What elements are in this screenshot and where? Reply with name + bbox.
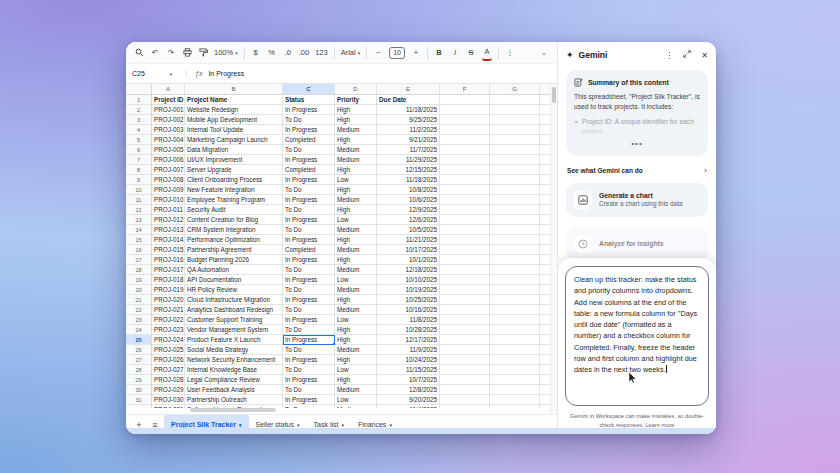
row-header-30[interactable]: 30: [126, 385, 152, 395]
cell-A23[interactable]: PROJ-022: [152, 315, 185, 325]
cell-E24[interactable]: 10/28/2025: [377, 325, 440, 335]
row-header-15[interactable]: 15: [126, 235, 152, 245]
cell-A16[interactable]: PROJ-015: [152, 245, 185, 255]
cell-E19[interactable]: 10/10/2025: [377, 275, 440, 285]
more-options-icon[interactable]: ⋮: [505, 45, 515, 61]
row-header-23[interactable]: 23: [126, 315, 152, 325]
cell-F13[interactable]: [440, 215, 490, 225]
cell-F9[interactable]: [440, 175, 490, 185]
cell-A4[interactable]: PROJ-003: [152, 125, 185, 135]
cell-C10[interactable]: To Do: [283, 185, 335, 195]
select-all-corner[interactable]: [126, 84, 152, 95]
font-family-select[interactable]: Arial▾: [341, 45, 361, 61]
cell-D28[interactable]: Low: [335, 365, 377, 375]
row-header-11[interactable]: 11: [126, 195, 152, 205]
bold-button[interactable]: B: [434, 45, 444, 61]
cell-C28[interactable]: To Do: [283, 365, 335, 375]
row-header-10[interactable]: 10: [126, 185, 152, 195]
cell-B20[interactable]: HR Policy Review: [185, 285, 283, 295]
horizontal-scrollbar-thumb[interactable]: [190, 408, 276, 412]
cell-D30[interactable]: Medium: [335, 385, 377, 395]
cell-G26[interactable]: [490, 345, 540, 355]
cell-B29[interactable]: Legal Compliance Review: [185, 375, 283, 385]
cell-G16[interactable]: [490, 245, 540, 255]
font-size-input[interactable]: 10: [389, 47, 405, 59]
cell-F11[interactable]: [440, 195, 490, 205]
row-header-19[interactable]: 19: [126, 275, 152, 285]
see-what-gemini-row[interactable]: See what Gemini can do ›: [567, 166, 707, 175]
decrease-decimal-button[interactable]: .0: [283, 45, 293, 61]
cell-F22[interactable]: [440, 305, 490, 315]
cell-B8[interactable]: Server Upgrade: [185, 165, 283, 175]
cell-F6[interactable]: [440, 145, 490, 155]
cell-C14[interactable]: To Do: [283, 225, 335, 235]
column-header-B[interactable]: B: [185, 84, 283, 95]
cell-E18[interactable]: 12/18/2025: [377, 265, 440, 275]
cell-B31[interactable]: Partnership Outreach: [185, 395, 283, 405]
cell-F24[interactable]: [440, 325, 490, 335]
cell-G5[interactable]: [490, 135, 540, 145]
currency-format-button[interactable]: $: [251, 45, 261, 61]
cell-G12[interactable]: [490, 205, 540, 215]
cell-A27[interactable]: PROJ-026: [152, 355, 185, 365]
cell-D18[interactable]: Medium: [335, 265, 377, 275]
cell-D23[interactable]: Low: [335, 315, 377, 325]
cell-D12[interactable]: High: [335, 205, 377, 215]
row-header-17[interactable]: 17: [126, 255, 152, 265]
cell-B10[interactable]: New Feature Integration: [185, 185, 283, 195]
row-header-31[interactable]: 31: [126, 395, 152, 405]
cell-E15[interactable]: 11/21/2025: [377, 235, 440, 245]
cell-G25[interactable]: [490, 335, 540, 345]
row-header-18[interactable]: 18: [126, 265, 152, 275]
cell-G3[interactable]: [490, 115, 540, 125]
cell-E26[interactable]: 11/9/2025: [377, 345, 440, 355]
zoom-select[interactable]: 100%▾: [214, 45, 238, 61]
cell-E27[interactable]: 10/24/2025: [377, 355, 440, 365]
cell-C9[interactable]: In Progress: [283, 175, 335, 185]
cell-D5[interactable]: High: [335, 135, 377, 145]
row-header-27[interactable]: 27: [126, 355, 152, 365]
cell-A15[interactable]: PROJ-014: [152, 235, 185, 245]
cell-B12[interactable]: Security Audit: [185, 205, 283, 215]
learn-more-link[interactable]: Learn more: [645, 422, 674, 428]
cell-F12[interactable]: [440, 205, 490, 215]
cell-A31[interactable]: PROJ-030: [152, 395, 185, 405]
cell-C17[interactable]: In Progress: [283, 255, 335, 265]
cell-B5[interactable]: Marketing Campaign Launch: [185, 135, 283, 145]
cell-A20[interactable]: PROJ-019: [152, 285, 185, 295]
cell-D22[interactable]: Medium: [335, 305, 377, 315]
cell-A21[interactable]: PROJ-020: [152, 295, 185, 305]
cell-D3[interactable]: High: [335, 115, 377, 125]
cell-G28[interactable]: [490, 365, 540, 375]
row-header-25[interactable]: 25: [126, 335, 152, 345]
cell-B18[interactable]: QA Automation: [185, 265, 283, 275]
row-header-14[interactable]: 14: [126, 225, 152, 235]
cell-F3[interactable]: [440, 115, 490, 125]
cell-F21[interactable]: [440, 295, 490, 305]
print-button[interactable]: [182, 45, 192, 61]
cell-A26[interactable]: PROJ-025: [152, 345, 185, 355]
column-header-D[interactable]: D: [335, 84, 377, 95]
column-header-A[interactable]: A: [152, 84, 185, 95]
column-header-F[interactable]: F: [440, 84, 490, 95]
row-header-21[interactable]: 21: [126, 295, 152, 305]
cell-F20[interactable]: [440, 285, 490, 295]
cell-D14[interactable]: Medium: [335, 225, 377, 235]
cell-B1[interactable]: Project Name: [185, 95, 283, 105]
cell-G7[interactable]: [490, 155, 540, 165]
cell-G22[interactable]: [490, 305, 540, 315]
tab-dropdown-icon[interactable]: ▾: [389, 422, 392, 428]
row-header-2[interactable]: 2: [126, 105, 152, 115]
cell-B22[interactable]: Analytics Dashboard Redesign: [185, 305, 283, 315]
cell-D6[interactable]: Medium: [335, 145, 377, 155]
cell-E6[interactable]: 11/7/2025: [377, 145, 440, 155]
expand-panel-icon[interactable]: [683, 50, 691, 60]
cell-F23[interactable]: [440, 315, 490, 325]
cell-A22[interactable]: PROJ-021: [152, 305, 185, 315]
cell-G20[interactable]: [490, 285, 540, 295]
cell-B24[interactable]: Vendor Management System: [185, 325, 283, 335]
hide-menus-button[interactable]: ⌄: [539, 45, 549, 61]
cell-E10[interactable]: 10/8/2025: [377, 185, 440, 195]
cell-C29[interactable]: In Progress: [283, 375, 335, 385]
cell-B9[interactable]: Client Onboarding Process: [185, 175, 283, 185]
